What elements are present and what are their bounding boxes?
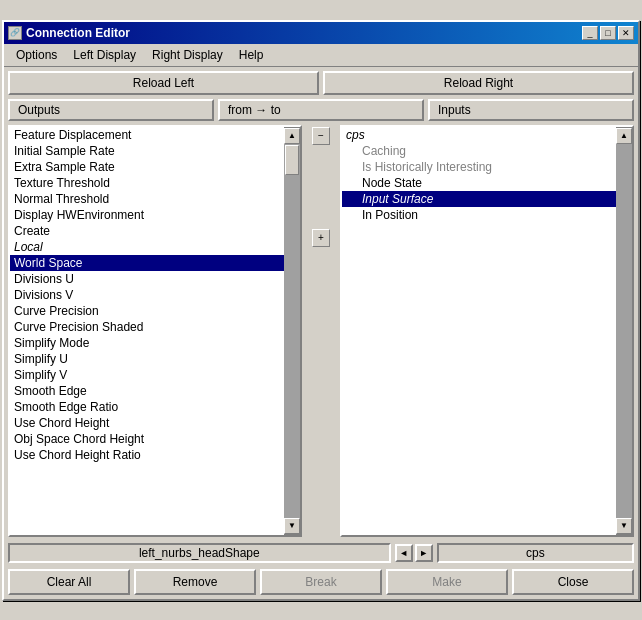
list-item[interactable]: Smooth Edge Ratio (10, 399, 284, 415)
menu-options[interactable]: Options (8, 46, 65, 64)
expand-plus-button[interactable]: + (312, 229, 330, 247)
from-to-header[interactable]: from → to (218, 99, 424, 121)
list-item[interactable]: Curve Precision Shaded (10, 319, 284, 335)
make-button[interactable]: Make (386, 569, 508, 595)
outputs-panel-container: Feature Displacement Initial Sample Rate… (8, 125, 302, 537)
list-item-selected[interactable]: World Space (10, 255, 284, 271)
menu-right-display[interactable]: Right Display (144, 46, 231, 64)
window-icon: 🔗 (8, 26, 22, 40)
title-controls: _ □ ✕ (582, 26, 634, 40)
inputs-list-item[interactable]: Node State (342, 175, 616, 191)
scroll-up-button[interactable]: ▲ (284, 128, 300, 144)
menu-bar: Options Left Display Right Display Help (4, 44, 638, 67)
reload-left-button[interactable]: Reload Left (8, 71, 319, 95)
scroll-thumb[interactable] (285, 145, 299, 175)
list-item[interactable]: Feature Displacement (10, 127, 284, 143)
list-item[interactable]: Display HWEnvironment (10, 207, 284, 223)
bottom-bar: Clear All Remove Break Make Close (4, 565, 638, 599)
right-status-field: cps (437, 543, 634, 563)
connection-editor-window: 🔗 Connection Editor _ □ ✕ Options Left D… (2, 20, 640, 601)
list-item[interactable]: Simplify U (10, 351, 284, 367)
close-title-button[interactable]: ✕ (618, 26, 634, 40)
menu-help[interactable]: Help (231, 46, 272, 64)
list-item[interactable]: Normal Threshold (10, 191, 284, 207)
inputs-list-item-selected[interactable]: Input Surface (342, 191, 616, 207)
left-status-field: left_nurbs_headShape (8, 543, 391, 563)
list-item[interactable]: Use Chord Height (10, 415, 284, 431)
arrow-right-button[interactable]: ► (415, 544, 433, 562)
outputs-panel-wrap: Feature Displacement Initial Sample Rate… (8, 125, 302, 537)
scroll-track[interactable] (284, 144, 300, 518)
list-item[interactable]: Extra Sample Rate (10, 159, 284, 175)
status-arrows: ◄ ► (395, 544, 433, 562)
status-bar: left_nurbs_headShape ◄ ► cps (4, 541, 638, 565)
title-bar: 🔗 Connection Editor _ □ ✕ (4, 22, 638, 44)
outputs-scrollbar[interactable]: ▲ ▼ (284, 127, 300, 535)
cps-label: cps (346, 128, 365, 142)
inputs-list-item[interactable]: In Position (342, 207, 616, 223)
inputs-header[interactable]: Inputs (428, 99, 634, 121)
list-item[interactable]: Curve Precision (10, 303, 284, 319)
title-bar-left: 🔗 Connection Editor (8, 26, 130, 40)
clear-all-button[interactable]: Clear All (8, 569, 130, 595)
list-item[interactable]: Local (10, 239, 284, 255)
inputs-panel-wrap: cps Caching Is Historically Interesting … (340, 125, 634, 537)
list-item[interactable]: Obj Space Chord Height (10, 431, 284, 447)
menu-left-display[interactable]: Left Display (65, 46, 144, 64)
outputs-list: Feature Displacement Initial Sample Rate… (10, 127, 284, 535)
arrow-left-button[interactable]: ◄ (395, 544, 413, 562)
reload-toolbar: Reload Left Reload Right (4, 67, 638, 99)
inputs-scrollbar[interactable]: ▲ ▼ (616, 127, 632, 535)
scroll-down-button[interactable]: ▼ (284, 518, 300, 534)
inputs-list-item[interactable]: Caching (342, 143, 616, 159)
cps-root-label: cps (342, 127, 616, 143)
middle-panel: − + (306, 125, 336, 537)
inputs-list: cps Caching Is Historically Interesting … (342, 127, 616, 535)
inputs-panel-container: cps Caching Is Historically Interesting … (340, 125, 634, 537)
scroll-down-button[interactable]: ▼ (616, 518, 632, 534)
collapse-minus-button[interactable]: − (312, 127, 330, 145)
list-item[interactable]: Divisions U (10, 271, 284, 287)
list-item[interactable]: Divisions V (10, 287, 284, 303)
outputs-header[interactable]: Outputs (8, 99, 214, 121)
scroll-track[interactable] (616, 144, 632, 518)
minimize-button[interactable]: _ (582, 26, 598, 40)
reload-right-button[interactable]: Reload Right (323, 71, 634, 95)
main-content: Feature Displacement Initial Sample Rate… (4, 121, 638, 541)
remove-button[interactable]: Remove (134, 569, 256, 595)
list-item[interactable]: Create (10, 223, 284, 239)
scroll-up-button[interactable]: ▲ (616, 128, 632, 144)
column-headers: Outputs from → to Inputs (4, 99, 638, 121)
list-item[interactable]: Use Chord Height Ratio (10, 447, 284, 463)
list-item[interactable]: Initial Sample Rate (10, 143, 284, 159)
list-item[interactable]: Texture Threshold (10, 175, 284, 191)
inputs-list-item[interactable]: Is Historically Interesting (342, 159, 616, 175)
list-item[interactable]: Simplify Mode (10, 335, 284, 351)
maximize-button[interactable]: □ (600, 26, 616, 40)
window-title: Connection Editor (26, 26, 130, 40)
list-item[interactable]: Smooth Edge (10, 383, 284, 399)
list-item[interactable]: Simplify V (10, 367, 284, 383)
break-button[interactable]: Break (260, 569, 382, 595)
close-button[interactable]: Close (512, 569, 634, 595)
